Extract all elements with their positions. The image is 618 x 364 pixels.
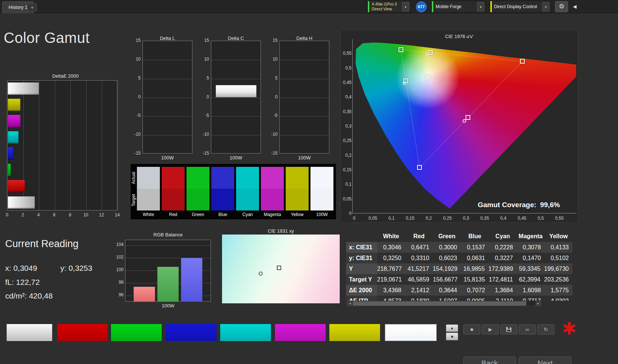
actual-swatch-green [187, 167, 209, 189]
axis-tick-label: -15 [130, 151, 141, 156]
top-toolbar: History 1 + X-Rite i1Pro 3 Direct View ▾… [0, 0, 618, 13]
table-cell: 0,5102 [545, 253, 572, 263]
axis-tick-label: 102 [113, 255, 124, 260]
meter-count-badge: 677 [416, 1, 427, 12]
axis-tick-label: 0 [130, 94, 141, 100]
table-cell: 0,3644 [433, 285, 461, 296]
table-cell: 172,9389 [488, 263, 517, 274]
table-row-label: ΔE 2000 [346, 285, 377, 296]
axis-tick-label: 98 [113, 280, 124, 285]
deltae2000-chart [7, 80, 117, 210]
save-button[interactable] [500, 324, 517, 334]
table-scrollbar[interactable]: ◄ ► [347, 301, 541, 306]
next-button[interactable]: Next [519, 357, 571, 364]
display-control-dropdown[interactable]: Direct Display Control ▾ [490, 1, 551, 13]
table-cell: 0,1537 [461, 242, 488, 253]
chevron-down-icon[interactable]: ▾ [402, 2, 409, 11]
loop-button[interactable]: ↻ [537, 324, 554, 334]
display-control-name: Direct Display Control [494, 1, 537, 12]
settings-button[interactable]: ⚙ [555, 1, 568, 12]
actual-target-strip: ActualTargetWhiteRedGreenBlueCyanMagenta… [131, 164, 336, 219]
cie1931-diagram [222, 235, 340, 303]
add-tab-button[interactable]: + [27, 3, 37, 11]
table-header-cyan: Cyan [489, 231, 517, 242]
collapse-panel-button[interactable]: ◀ [570, 1, 580, 12]
table-corner-cell [346, 231, 377, 242]
chart-title: Delta C [211, 36, 261, 41]
chevron-down-icon[interactable]: ▾ [477, 2, 484, 11]
table-cell: 0,7072 [461, 285, 488, 296]
panel-up-button[interactable]: ▲ [446, 324, 458, 332]
axis-tick-label: 0,45 [515, 216, 530, 221]
meter-dropdown[interactable]: X-Rite i1Pro 3 Direct View ▾ [367, 1, 410, 13]
deltae-bar-100w [8, 82, 39, 95]
axis-tick-label: 0 [267, 94, 278, 100]
table-row: y: CIE310,32500,33100,60230,06310,32270,… [346, 253, 572, 263]
axis-tick-label: 10 [199, 57, 209, 62]
axis-tick-label: -15 [199, 151, 209, 156]
patch-swatch-green [111, 324, 162, 341]
scroll-left-button[interactable]: ◄ [347, 301, 353, 306]
table-cell: 0,3250 [377, 253, 405, 263]
cie1976-diagram [354, 39, 576, 213]
axis-tick-label: 0,25 [341, 138, 352, 143]
deltae2000-xaxis: 02468101214 [7, 212, 118, 218]
rgb-balance-category: 100W [125, 303, 211, 309]
axis-tick-label: 0,05 [341, 196, 352, 202]
axis-tick-label: 0,1 [384, 216, 399, 221]
chevron-down-icon[interactable]: ▾ [542, 2, 550, 11]
scrollbar-thumb[interactable] [353, 301, 526, 306]
gridline [143, 79, 192, 79]
table-header-magenta: Magenta [517, 231, 544, 242]
cie1931-marker-circle [259, 272, 263, 276]
actual-swatch-100w [310, 167, 333, 189]
deltae-bar-cyan [8, 131, 19, 144]
continuous-measure-button[interactable]: ∞ [519, 324, 536, 334]
play-button[interactable]: ▶ [482, 324, 499, 334]
gridline [280, 60, 329, 60]
table-row-label: ΔE ITP [346, 296, 377, 301]
gridline [70, 81, 71, 210]
stop-icon: ■ [470, 327, 473, 332]
target-marker-blue [417, 165, 422, 170]
table-cell: 59,3345 [517, 263, 544, 274]
axis-tick-label: 15 [130, 38, 141, 43]
cie1976-title: CIE 1976 u'v' [341, 34, 578, 39]
table-cell: 219,0671 [377, 274, 406, 285]
table-cell: 4,8573 [377, 296, 405, 301]
gridline [86, 81, 87, 210]
axis-tick-label: -10 [199, 132, 209, 137]
table-cell: 2,1412 [405, 285, 433, 296]
stop-button[interactable]: ■ [463, 324, 480, 334]
scroll-right-button[interactable]: ► [535, 301, 541, 306]
axis-tick-label: 0,45 [341, 80, 352, 85]
panel-window-button[interactable]: ■ [446, 333, 458, 340]
table-cell: 0,1470 [517, 253, 544, 263]
table-row-label: x: CIE31 [346, 242, 377, 253]
table-header-yellow: Yellow [545, 231, 572, 242]
workflow-dropdown[interactable]: Mobile Forge ▾ [431, 1, 486, 13]
patch-swatch-cyan [220, 324, 271, 341]
rgb-bar-green [157, 267, 179, 302]
infinity-icon: ∞ [525, 327, 529, 332]
axis-tick-label: 5 [130, 75, 141, 81]
table-cell: 15,8135 [461, 274, 489, 285]
table-header-white: White [377, 231, 405, 242]
axis-tick-label: 10 [130, 57, 141, 62]
axis-tick-label: 0,1 [341, 182, 352, 187]
table-cell: 0,2228 [489, 242, 517, 253]
gridline [280, 98, 329, 98]
save-icon [506, 327, 511, 332]
axis-tick-label: 0 [199, 94, 209, 100]
table-cell: 154,1929 [433, 263, 461, 274]
cie1931-marker-square [277, 266, 281, 270]
table-cell: 1,5007 [433, 296, 461, 301]
gridline [143, 60, 192, 60]
gridline [211, 79, 261, 79]
back-button[interactable]: Back [463, 357, 516, 364]
deltae-bar-green [8, 164, 11, 176]
table-cell: 203,2536 [544, 274, 572, 285]
axis-tick-label: 0,15 [403, 216, 417, 221]
target-marker-magenta [466, 115, 470, 120]
page-title: Color Gamut [4, 30, 90, 46]
